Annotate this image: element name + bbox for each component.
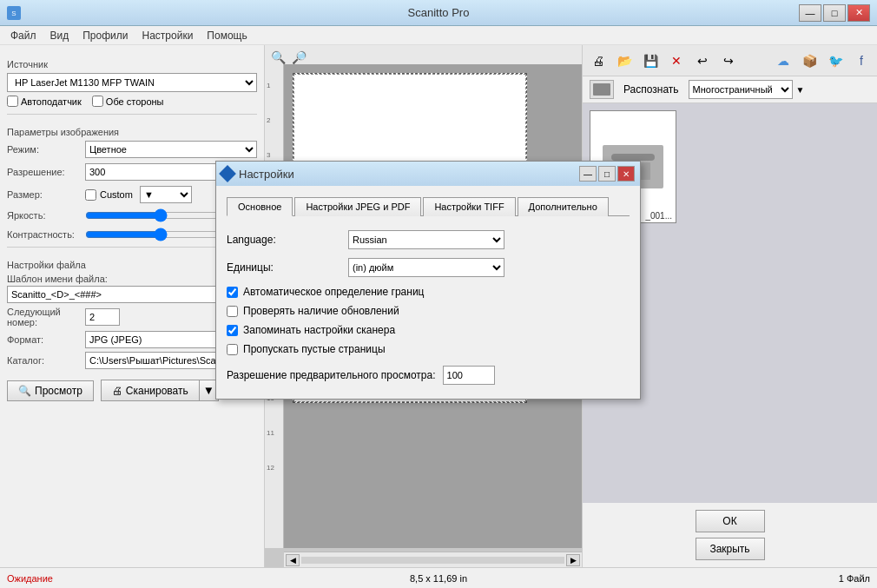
menu-profiles[interactable]: Профили: [76, 28, 135, 43]
size-select[interactable]: ▼: [140, 186, 192, 203]
language-row: Language: Russian: [227, 230, 630, 249]
status-middle: 8,5 x 11,69 in: [300, 573, 577, 584]
minimize-button[interactable]: —: [799, 4, 821, 22]
menu-bar: Файл Вид Профили Настройки Помощь: [0, 26, 877, 45]
ruler-left-11: 11: [267, 429, 274, 437]
modal-close-button[interactable]: ✕: [617, 166, 635, 182]
scroll-left-button[interactable]: ◀: [286, 554, 300, 566]
modal-tabs: Основное Настройки JPEG и PDF Настройки …: [227, 196, 630, 216]
auto-feeder-checkbox[interactable]: [7, 96, 18, 107]
size-label: Размер:: [7, 189, 85, 200]
recognize-label[interactable]: Распознать: [617, 81, 685, 98]
toolbar-scan-icon[interactable]: 🖨: [586, 49, 610, 73]
mode-label: Режим:: [7, 144, 85, 155]
horizontal-scrollbar[interactable]: ◀ ▶: [284, 552, 582, 567]
format-label: Формат:: [7, 334, 85, 345]
size-checkbox[interactable]: [85, 189, 96, 201]
modal-title-bar: Настройки — □ ✕: [216, 162, 640, 186]
units-row: Единицы: (in) дюйм: [227, 258, 630, 277]
brightness-slider[interactable]: [85, 208, 236, 222]
mode-select[interactable]: Цветное: [85, 141, 257, 158]
close-button[interactable]: ✕: [847, 4, 870, 22]
tab-tiff[interactable]: Настройки TIFF: [423, 197, 515, 216]
maximize-button[interactable]: □: [823, 4, 846, 22]
units-select[interactable]: (in) дюйм: [348, 258, 504, 277]
modal-maximize-button[interactable]: □: [598, 166, 616, 182]
ruler-left-3: 3: [267, 151, 270, 159]
app-icon: S: [7, 6, 21, 20]
brightness-label: Яркость:: [7, 210, 85, 221]
source-label: Источник: [7, 59, 257, 69]
modal-body: Основное Настройки JPEG и PDF Настройки …: [216, 186, 640, 399]
size-custom-label: Custom: [100, 189, 133, 200]
skip-blank-checkbox[interactable]: [227, 344, 238, 355]
preview-button[interactable]: 🔍 Просмотр: [7, 380, 94, 401]
multi-dropdown-arrow[interactable]: ▼: [796, 85, 805, 95]
preview-res-input[interactable]: [443, 366, 495, 385]
next-num-input[interactable]: [85, 308, 120, 326]
toolbar-dropbox-icon[interactable]: 📦: [797, 49, 821, 73]
language-label: Language:: [227, 234, 348, 246]
preview-res-row: Разрешение предварительного просмотра:: [227, 366, 630, 385]
toolbar-undo-icon[interactable]: ↩: [690, 49, 715, 73]
right-toolbar: 🖨 📂 💾 ✕ ↩ ↪ ☁ 📦 🐦 f: [583, 45, 877, 76]
scroll-right-button[interactable]: ▶: [566, 554, 580, 566]
toolbar-cloud-icon[interactable]: ☁: [771, 49, 795, 73]
remember-settings-checkbox[interactable]: [227, 325, 238, 336]
modal-minimize-button[interactable]: —: [579, 166, 597, 182]
thumbnail-label: _001...: [645, 211, 672, 221]
skip-blank-row: Пропускать пустые страницы: [227, 343, 630, 355]
auto-detect-checkbox[interactable]: [227, 287, 238, 298]
remember-settings-label: Запоминать настройки сканера: [243, 324, 395, 336]
toolbar-redo-icon[interactable]: ↪: [716, 49, 741, 73]
tab-basic[interactable]: Основное: [227, 197, 293, 216]
scan-button-group: 🖨 Сканировать ▼: [101, 380, 219, 401]
window-controls: — □ ✕: [799, 4, 870, 22]
ruler-left-1: 1: [267, 82, 270, 89]
auto-feeder-label[interactable]: Автоподатчик: [7, 96, 82, 107]
svg-text:S: S: [11, 10, 16, 17]
contrast-label: Контрастность:: [7, 229, 85, 240]
both-sides-label[interactable]: Обе стороны: [92, 96, 164, 107]
menu-view[interactable]: Вид: [43, 28, 76, 43]
preview-icon: 🔍: [18, 385, 31, 397]
app-title: Scanitto Pro: [408, 6, 470, 19]
toolbar-open-icon[interactable]: 📂: [612, 49, 636, 73]
ruler-left-2: 2: [267, 116, 270, 124]
contrast-slider[interactable]: [85, 228, 236, 241]
ruler-left-12: 12: [267, 464, 274, 472]
multi-page-select[interactable]: Многостраничный: [689, 80, 793, 99]
catalog-input[interactable]: [85, 352, 236, 369]
language-select[interactable]: Russian: [348, 230, 504, 249]
settings-modal[interactable]: Настройки — □ ✕ Основное Настройки JPEG …: [215, 161, 641, 400]
toolbar-delete-icon[interactable]: ✕: [664, 49, 689, 73]
menu-settings[interactable]: Настройки: [135, 28, 201, 43]
scan-icon: 🖨: [112, 385, 122, 397]
image-params-label: Параметры изображения: [7, 127, 257, 137]
ok-button[interactable]: ОК: [696, 510, 765, 532]
both-sides-checkbox[interactable]: [92, 96, 103, 107]
status-right: 1 Файл: [594, 573, 870, 584]
modal-title: Настройки: [239, 168, 294, 181]
modal-controls: — □ ✕: [579, 166, 635, 182]
source-select[interactable]: HP LaserJet M1130 MFP TWAIN: [7, 73, 257, 92]
menu-help[interactable]: Помощь: [200, 28, 254, 43]
title-bar: S Scanitto Pro — □ ✕: [0, 0, 877, 26]
mode-row: Режим: Цветное: [7, 141, 257, 158]
menu-file[interactable]: Файл: [3, 28, 43, 43]
check-updates-checkbox[interactable]: [227, 306, 238, 317]
toolbar-twitter-icon[interactable]: 🐦: [823, 49, 847, 73]
modal-icon: [219, 165, 236, 182]
toolbar-save-icon[interactable]: 💾: [638, 49, 663, 73]
remember-settings-row: Запоминать настройки сканера: [227, 324, 630, 336]
scroll-track[interactable]: [301, 557, 564, 564]
status-left: Ожидание: [7, 573, 283, 584]
source-section: Источник HP LaserJet M1130 MFP TWAIN Авт…: [7, 59, 257, 107]
tab-advanced[interactable]: Дополнительно: [518, 197, 609, 216]
auto-detect-label: Автоматическое определение границ: [243, 286, 424, 298]
tab-jpeg-pdf[interactable]: Настройки JPEG и PDF: [294, 197, 421, 216]
next-num-label: Следующий номер:: [7, 307, 85, 327]
scan-button[interactable]: 🖨 Сканировать: [101, 380, 200, 401]
toolbar-facebook-icon[interactable]: f: [849, 49, 874, 73]
close-panel-button[interactable]: Закрыть: [696, 538, 765, 560]
